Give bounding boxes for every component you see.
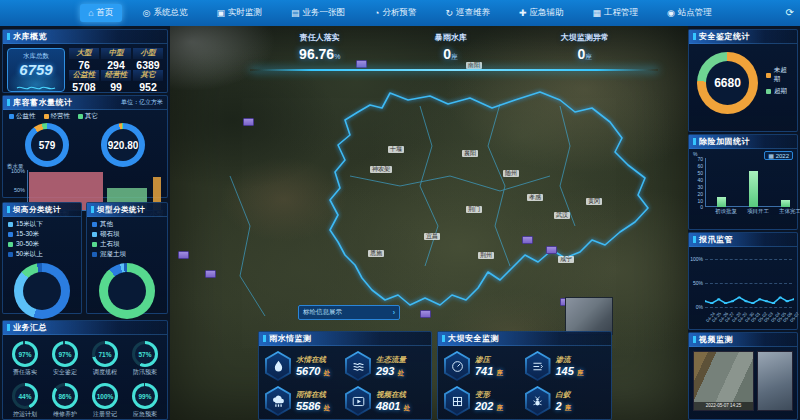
flood-line-chart <box>705 259 794 307</box>
nav-refresh-icon[interactable]: ⟳ <box>786 7 794 18</box>
nav-item-home[interactable]: ⌂首页 <box>80 4 121 22</box>
panel-business-summary: 业务汇总 97%责任落实 97%安全鉴定 71%调度规程 57%防汛预案 44%… <box>2 320 168 420</box>
kpi-label: 责任人落实 <box>299 32 340 43</box>
nav-item-patrol-maintain[interactable]: ↻巡查维养 <box>437 4 498 22</box>
kpi-unit: 座 <box>585 53 592 60</box>
video-thumbnail-2[interactable] <box>757 351 793 411</box>
stat-rain-online: 雨情在线5586 处 <box>265 386 345 416</box>
capacity-legend: 公益性 经营性 其它 <box>3 110 167 121</box>
nav-item-realtime-monitor[interactable]: ▣实时监测 <box>208 4 270 22</box>
waves-icon <box>345 351 371 381</box>
map-label: 荆门 <box>466 206 482 213</box>
nav-label: 首页 <box>97 7 114 19</box>
progress-ring: 97% <box>12 341 38 367</box>
panel-reinforcement-stats: 除险加固统计 ▦ 2022 % 70 60 50 40 30 20 10 0 初… <box>688 134 798 230</box>
legend-label: 未超期 <box>774 66 793 84</box>
x-tick-labels: 04-2404-2504-2604-2704-2804-2904-3005-01… <box>705 320 793 325</box>
video-play-icon <box>345 386 371 416</box>
nav-label: 工程管理 <box>604 7 638 19</box>
panel-title: 安全鉴定统计 <box>699 31 750 42</box>
legend-swatch <box>92 252 97 257</box>
stat-label: 经营性 <box>101 70 131 81</box>
panel-title: 坝型分类统计 <box>97 205 145 215</box>
nav-item-analysis-warning[interactable]: ◔分析预警 <box>366 4 424 22</box>
map-label: 黄冈 <box>586 198 602 205</box>
monitor-icon: ▣ <box>216 9 225 18</box>
nav-label: 分析预警 <box>382 7 416 19</box>
video-thumbnail-1[interactable]: 2022-05-07 14:25 <box>693 351 754 411</box>
kpi-storm-reservoir: 暴雨水库 0座 <box>435 32 467 62</box>
deformation-icon <box>444 386 470 416</box>
panel-title: 水库概览 <box>13 31 47 42</box>
donut-value: 920.80 <box>108 140 139 151</box>
stat-value: 6389 <box>133 59 163 70</box>
kpi-dam-anomaly: 大坝监测异常 0座 <box>561 32 609 62</box>
nav-item-emergency-aid[interactable]: ✚应急辅助 <box>511 4 572 22</box>
gauge-label: 维修养护 <box>45 410 85 419</box>
legend-swatch <box>8 232 13 237</box>
safety-donut: 6680 <box>697 52 758 114</box>
nav-item-system-overview[interactable]: ◎系统总览 <box>135 4 196 22</box>
panel-title: 大坝安全监测 <box>448 333 499 344</box>
y-tick: 60 <box>689 163 703 169</box>
gauge-label: 责任落实 <box>5 368 45 377</box>
legend-label: 土石坝 <box>100 240 120 249</box>
panel-title: 视频监测 <box>699 334 733 345</box>
legend-label: 其他 <box>100 220 113 229</box>
stat-termite: 白蚁2 座 <box>525 386 606 416</box>
map-label: 南阳 <box>466 62 482 69</box>
map-station-marker[interactable] <box>243 118 254 126</box>
alert-icon: ◔ <box>374 9 379 18</box>
map-layer-pill[interactable]: 标绘信息展示 › <box>298 305 400 320</box>
panel-title: 报汛监管 <box>699 234 733 245</box>
map-station-marker[interactable] <box>522 236 533 244</box>
panel-video-monitor: 视频监测 2022-05-07 14:25 <box>688 332 798 420</box>
legend-swatch <box>8 252 13 257</box>
water-drop-icon <box>265 351 291 381</box>
legend-label: 混凝土坝 <box>100 250 126 259</box>
panel-rain-water-monitor: 雨水情监测 水情在线5670 处 生态流量293 处 雨情在线5586 处 视频… <box>258 331 432 420</box>
panel-title: 雨水情监测 <box>269 333 312 344</box>
gauge-label: 安全鉴定 <box>45 368 85 377</box>
y-tick: 0% <box>689 304 703 310</box>
unit-note: 单位：亿立方米 <box>121 98 163 107</box>
y-tick: 50 <box>689 170 703 176</box>
map-photo-popup[interactable] <box>565 297 613 335</box>
stat-label: 公益性 <box>69 70 99 81</box>
kpi-value: 96.76 <box>299 46 334 62</box>
panel-reservoir-overview: 水库概览 水库总数 6759 大型 中型 小型 76 294 6389 公益性 … <box>2 29 168 93</box>
map-station-marker[interactable] <box>205 270 216 278</box>
y-tick: 100% <box>689 256 703 262</box>
map-station-marker[interactable] <box>178 251 189 259</box>
progress-ring: 86% <box>52 383 78 409</box>
map-station-marker[interactable] <box>420 310 431 318</box>
nav-item-project-manage[interactable]: ▦工程管理 <box>584 4 646 22</box>
nav-label: 应急辅助 <box>529 7 563 19</box>
map-label: 襄阳 <box>462 150 478 157</box>
legend-swatch <box>92 232 97 237</box>
stat-value: 952 <box>133 81 163 92</box>
progress-ring: 57% <box>132 341 158 367</box>
y-tick: 20 <box>689 191 703 197</box>
y-tick: 40 <box>689 177 703 183</box>
panel-title: 库容蓄水量统计 <box>13 97 73 108</box>
panel-capacity-stats: 库容蓄水量统计单位：亿立方米 公益性 经营性 其它 579 920.80 蓄水量… <box>2 95 168 198</box>
nav-label: 系统总览 <box>153 7 187 19</box>
legend-label: 经营性 <box>51 112 71 121</box>
x-cat: 项目开工 <box>743 208 773 215</box>
dam-type-donut <box>99 263 155 319</box>
nav-label: 巡查维养 <box>456 7 490 19</box>
nav-item-station-manage[interactable]: ◉站点管理 <box>659 4 720 22</box>
y-tick: 50% <box>8 187 25 193</box>
gauge-label: 控运计划 <box>5 410 45 419</box>
gauge-item: 57%防汛预案 <box>125 341 165 377</box>
stat-label: 中型 <box>101 48 131 59</box>
progress-ring: 71% <box>92 341 118 367</box>
map-station-marker[interactable] <box>546 246 557 254</box>
panel-dam-height: 坝高分类统计 15米以下 15-30米 30-50米 50米以上 <box>2 202 82 314</box>
legend-label: 30-50米 <box>16 240 39 249</box>
nav-item-business-map[interactable]: ▤业务一张图 <box>283 4 353 22</box>
map-label: 十堰 <box>388 146 404 153</box>
patrol-icon: ↻ <box>445 9 453 18</box>
kpi-strip: 责任人落实 96.76% 暴雨水库 0座 大坝监测异常 0座 <box>252 32 656 62</box>
